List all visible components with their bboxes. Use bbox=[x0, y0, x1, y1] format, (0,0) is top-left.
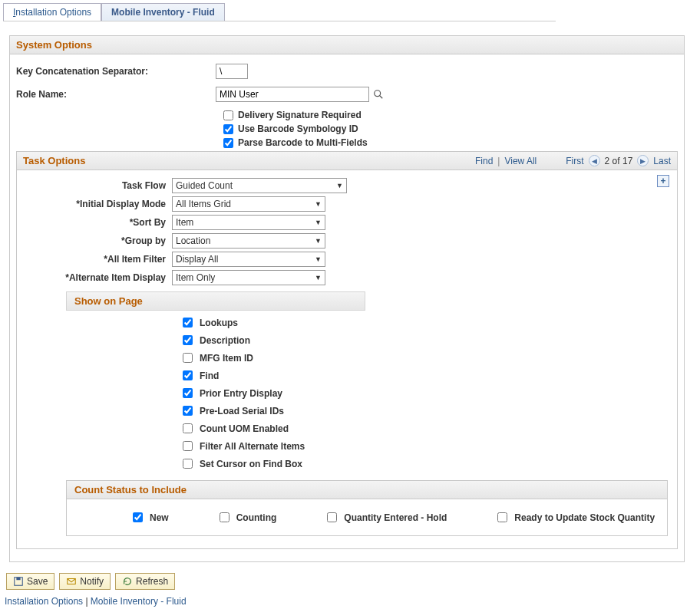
key-concat-input[interactable] bbox=[216, 64, 248, 79]
count-status-body: New Counting Quantity Entered - Hold bbox=[67, 499, 667, 535]
all-item-filter-select[interactable]: Display All ▼ bbox=[172, 252, 325, 267]
filter-alt-row: Filter All Alternate Items bbox=[180, 439, 668, 453]
first-link[interactable]: First bbox=[566, 156, 583, 166]
task-options-title: Task Options bbox=[23, 155, 85, 166]
task-options-controls: Find | View All First ◀ 2 of 17 ▶ Last bbox=[475, 155, 671, 166]
key-concat-label: Key Concatenation Separator: bbox=[16, 66, 216, 77]
role-name-input[interactable] bbox=[216, 87, 369, 102]
installation-options-link[interactable]: Installation Options bbox=[5, 596, 83, 607]
parse-barcode-row: Parse Barcode to Multi-Fields bbox=[223, 137, 678, 148]
delivery-signature-label: Delivery Signature Required bbox=[238, 110, 362, 120]
magnifier-icon[interactable] bbox=[372, 88, 385, 100]
alt-item-display-select[interactable]: Item Only ▼ bbox=[172, 270, 325, 285]
parse-barcode-checkbox[interactable] bbox=[223, 138, 233, 148]
task-options-panel: Task Options Find | View All First ◀ 2 o… bbox=[16, 151, 678, 549]
find-checkbox[interactable] bbox=[183, 370, 193, 380]
parse-barcode-label: Parse Barcode to Multi-Fields bbox=[238, 137, 368, 148]
chevron-down-icon: ▼ bbox=[315, 219, 322, 226]
prev-icon[interactable]: ◀ bbox=[589, 155, 600, 166]
sort-by-value: Item bbox=[176, 217, 193, 228]
delivery-signature-row: Delivery Signature Required bbox=[223, 110, 678, 120]
lookups-label: Lookups bbox=[200, 318, 238, 328]
save-icon bbox=[13, 576, 24, 587]
set-cursor-row: Set Cursor on Find Box bbox=[180, 456, 668, 471]
divider: | bbox=[497, 156, 500, 166]
prior-entry-row: Prior Entry Display bbox=[180, 386, 668, 400]
find-row: Find bbox=[180, 368, 668, 383]
count-uom-label: Count UOM Enabled bbox=[200, 423, 289, 434]
initial-display-row: *Initial Display Mode All Items Grid ▼ bbox=[26, 196, 668, 212]
tab-label-suffix: nstallation Options bbox=[15, 7, 91, 18]
refresh-label: Refresh bbox=[136, 576, 168, 587]
status-qty-hold-label: Quantity Entered - Hold bbox=[344, 512, 447, 523]
svg-line-1 bbox=[380, 96, 383, 99]
task-flow-value: Guided Count bbox=[176, 180, 233, 191]
alt-item-display-label: *Alternate Item Display bbox=[26, 272, 172, 283]
status-ready-checkbox[interactable] bbox=[497, 512, 507, 522]
description-row: Description bbox=[180, 333, 668, 347]
lookups-checkbox[interactable] bbox=[183, 318, 193, 328]
filter-alt-checkbox[interactable] bbox=[183, 441, 193, 451]
prior-entry-label: Prior Entry Display bbox=[200, 388, 282, 399]
plus-icon[interactable]: + bbox=[657, 175, 669, 187]
mfg-item-id-checkbox[interactable] bbox=[183, 353, 193, 363]
tab-installation-options[interactable]: Installation Options bbox=[3, 3, 101, 21]
refresh-icon bbox=[122, 576, 133, 587]
description-checkbox[interactable] bbox=[183, 335, 193, 345]
filter-alt-label: Filter All Alternate Items bbox=[200, 441, 305, 452]
task-flow-select[interactable]: Guided Count ▼ bbox=[172, 178, 347, 193]
save-button[interactable]: Save bbox=[6, 573, 54, 590]
status-counting-checkbox[interactable] bbox=[220, 512, 229, 522]
mfg-item-id-row: MFG Item ID bbox=[180, 351, 668, 365]
delivery-signature-checkbox[interactable] bbox=[223, 110, 233, 120]
mobile-inventory-fluid-link[interactable]: Mobile Inventory - Fluid bbox=[91, 596, 187, 607]
last-link[interactable]: Last bbox=[653, 156, 671, 166]
system-options-header: System Options bbox=[10, 36, 684, 54]
system-options-body: Key Concatenation Separator: Role Name: … bbox=[10, 54, 684, 561]
chevron-down-icon: ▼ bbox=[315, 274, 322, 281]
notify-icon bbox=[66, 576, 77, 587]
count-status-panel: Count Status to Include New Counting bbox=[66, 480, 668, 536]
initial-display-select[interactable]: All Items Grid ▼ bbox=[172, 196, 325, 212]
status-counting-row: Counting bbox=[216, 510, 277, 525]
sort-by-label: *Sort By bbox=[26, 217, 172, 228]
next-icon[interactable]: ▶ bbox=[637, 155, 649, 166]
status-qty-hold-checkbox[interactable] bbox=[327, 512, 337, 522]
mfg-item-id-label: MFG Item ID bbox=[200, 353, 253, 364]
task-flow-row: Task Flow Guided Count ▼ bbox=[26, 178, 668, 193]
key-concat-row: Key Concatenation Separator: bbox=[16, 64, 678, 79]
initial-display-label: *Initial Display Mode bbox=[26, 199, 172, 209]
lookups-row: Lookups bbox=[180, 315, 668, 330]
group-by-select[interactable]: Location ▼ bbox=[172, 233, 325, 249]
status-ready-row: Ready to Update Stock Quantity bbox=[494, 510, 655, 525]
view-all-link[interactable]: View All bbox=[504, 156, 537, 166]
bottom-links: Installation Options | Mobile Inventory … bbox=[5, 596, 697, 607]
initial-display-value: All Items Grid bbox=[176, 199, 231, 209]
status-counting-label: Counting bbox=[236, 512, 277, 523]
tab-mobile-inventory-fluid[interactable]: Mobile Inventory - Fluid bbox=[101, 3, 225, 21]
barcode-symbology-label: Use Barcode Symbology ID bbox=[238, 123, 358, 134]
count-status-header: Count Status to Include bbox=[67, 481, 667, 499]
set-cursor-checkbox[interactable] bbox=[183, 459, 193, 469]
set-cursor-label: Set Cursor on Find Box bbox=[200, 459, 302, 469]
find-link[interactable]: Find bbox=[475, 156, 493, 166]
preload-serial-checkbox[interactable] bbox=[183, 406, 193, 416]
status-qty-hold-row: Quantity Entered - Hold bbox=[324, 510, 447, 525]
count-uom-checkbox[interactable] bbox=[183, 423, 193, 433]
save-label: Save bbox=[27, 576, 48, 587]
group-by-value: Location bbox=[176, 235, 210, 246]
chevron-down-icon: ▼ bbox=[315, 200, 322, 208]
status-ready-label: Ready to Update Stock Quantity bbox=[514, 512, 655, 523]
notify-label: Notify bbox=[80, 576, 104, 587]
refresh-button[interactable]: Refresh bbox=[115, 573, 175, 590]
status-new-label: New bbox=[150, 512, 169, 523]
notify-button[interactable]: Notify bbox=[59, 573, 111, 590]
tab-label: Mobile Inventory - Fluid bbox=[111, 7, 215, 18]
chevron-down-icon: ▼ bbox=[315, 255, 322, 263]
sort-by-select[interactable]: Item ▼ bbox=[172, 215, 325, 230]
barcode-symbology-checkbox[interactable] bbox=[223, 124, 233, 134]
prior-entry-checkbox[interactable] bbox=[183, 388, 193, 398]
task-options-header: Task Options Find | View All First ◀ 2 o… bbox=[17, 152, 677, 170]
sort-by-row: *Sort By Item ▼ bbox=[26, 215, 668, 230]
status-new-checkbox[interactable] bbox=[133, 512, 143, 522]
